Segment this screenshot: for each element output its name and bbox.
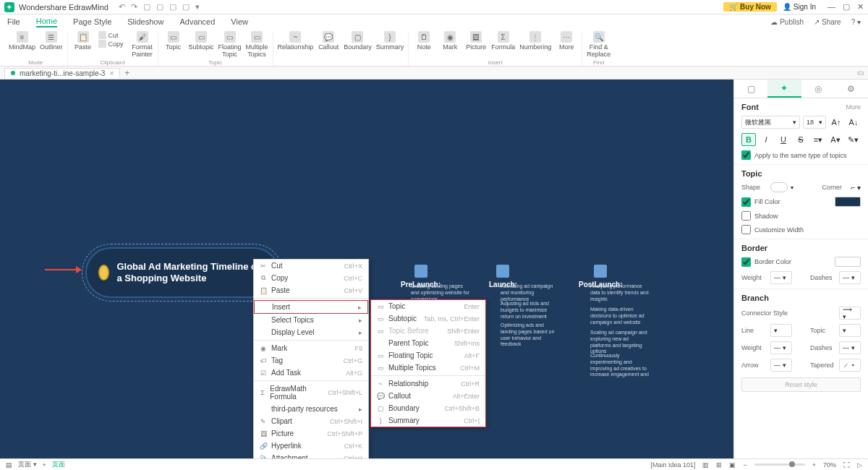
more-button[interactable]: ⋯More xyxy=(556,31,577,51)
panel-tab-icon[interactable]: ◎ xyxy=(801,80,835,98)
formula-button[interactable]: ΣFormula xyxy=(491,31,515,51)
present-icon[interactable]: ▷ xyxy=(857,461,862,469)
reset-style-button[interactable]: Reset style xyxy=(741,377,861,392)
tab-view[interactable]: View xyxy=(231,17,248,26)
ctx-mark[interactable]: ◉MarkF9 xyxy=(254,342,368,354)
summary-button[interactable]: }Summary xyxy=(376,31,404,51)
sub-subtopic[interactable]: ▭SubtopicTab, Ins, Ctrl+Enter xyxy=(371,312,485,325)
border-color-swatch[interactable] xyxy=(835,257,861,267)
branch-dashes-select[interactable]: — ▾ xyxy=(839,341,861,354)
mindmap-button[interactable]: ≡MindMap xyxy=(9,31,35,51)
main-topic[interactable]: Global Ad Marketing Timeline of a Shoppi… xyxy=(85,247,279,298)
new-tab-button[interactable]: + xyxy=(124,68,129,78)
ctx-formula[interactable]: ΣEdrawMath FormulaCtrl+Shift+L xyxy=(254,383,368,403)
note-button[interactable]: 🗒Note xyxy=(413,31,435,51)
document-tab[interactable]: marketing-ti...ine-sample-3 × xyxy=(4,68,120,78)
subtopic-text[interactable]: Optimizing ads and landing pages based o… xyxy=(501,322,560,348)
callout-button[interactable]: 💬Callout xyxy=(318,31,339,51)
subtopic-text[interactable]: Analyzing performance data to identify t… xyxy=(590,283,650,302)
mark-button[interactable]: ◉Mark xyxy=(439,31,461,51)
shape-select[interactable] xyxy=(770,182,788,192)
sub-topic-before[interactable]: ▭Topic BeforeShift+Enter xyxy=(371,325,485,337)
cut-button[interactable]: Cut xyxy=(98,31,127,39)
highlight-button[interactable]: ✎▾ xyxy=(846,133,860,146)
fit-icon[interactable]: ⊞ xyxy=(716,461,722,469)
fill-color-checkbox[interactable]: Fill Color xyxy=(741,197,861,207)
more-button[interactable]: More xyxy=(846,103,861,111)
ctx-picture[interactable]: 🖼PictureCtrl+Shift+P xyxy=(254,427,368,440)
dashes-select[interactable]: — ▾ xyxy=(839,271,861,284)
fill-color-swatch[interactable] xyxy=(835,197,861,207)
sub-callout[interactable]: 💬CalloutAlt+Enter xyxy=(371,390,485,402)
undo-icon[interactable]: ↶ xyxy=(119,2,125,12)
help-icon[interactable]: ? ▾ xyxy=(851,18,861,26)
ctx-third-party[interactable]: third-party resources▸ xyxy=(254,403,368,415)
connector-select[interactable]: ⟿ ▾ xyxy=(839,307,861,320)
sub-summary[interactable]: }SummaryCtrl+] xyxy=(371,414,485,427)
tab-file[interactable]: File xyxy=(7,17,20,26)
corner-select[interactable]: ⌐ ▾ xyxy=(851,184,861,192)
customize-width-checkbox[interactable]: Customize Width xyxy=(741,225,861,234)
ctx-paste[interactable]: 📋PasteCtrl+V xyxy=(254,284,368,296)
ctx-hyperlink[interactable]: 🔗HyperlinkCtrl+K xyxy=(254,440,368,452)
apply-same-type-checkbox[interactable]: Apply to the same type of topics xyxy=(741,150,861,160)
bold-button[interactable]: B xyxy=(741,133,756,146)
sub-parent-topic[interactable]: Parent TopicShift+Ins xyxy=(371,337,485,349)
tapered-select[interactable]: ⟋ ▾ xyxy=(839,359,861,372)
ctx-insert[interactable]: Insert▸ xyxy=(254,300,368,314)
sub-floating-topic[interactable]: ▭Floating TopicAlt+F xyxy=(371,349,485,362)
font-color-button[interactable]: A▾ xyxy=(828,133,843,146)
sub-multiple-topics[interactable]: ▭Multiple TopicsCtrl+M xyxy=(371,362,485,374)
numbering-button[interactable]: ⋮Numbering xyxy=(519,31,551,51)
sub-topic[interactable]: ▭TopicEnter xyxy=(371,300,485,312)
outline-view-icon[interactable]: ▤ xyxy=(6,461,12,469)
outliner-button[interactable]: ☰Outliner xyxy=(40,31,63,51)
align-button[interactable]: ≡▾ xyxy=(811,133,825,146)
ctx-cut[interactable]: ✂CutCtrl+X xyxy=(254,260,368,272)
weight-select[interactable]: — ▾ xyxy=(770,271,792,284)
branch-weight-select[interactable]: — ▾ xyxy=(770,341,792,354)
page-select[interactable]: 页面 ▾ xyxy=(18,460,37,469)
share-button[interactable]: ↗ Share xyxy=(814,18,841,26)
ctx-add-task[interactable]: ☑Add TaskAlt+G xyxy=(254,367,368,379)
picture-button[interactable]: 🖼Picture xyxy=(465,31,487,51)
close-icon[interactable]: ✕ xyxy=(857,2,864,12)
tab-home[interactable]: Home xyxy=(36,17,57,27)
minimize-icon[interactable]: ― xyxy=(827,2,835,12)
zoom-out-button[interactable]: − xyxy=(743,461,746,469)
multiple-topics-button[interactable]: ▭Multiple Topics xyxy=(246,31,268,58)
sub-relationship[interactable]: ~RelationshipCtrl+R xyxy=(371,377,485,390)
subtopic-text[interactable]: Activating ad campaign and monitoring pe… xyxy=(501,283,560,302)
redo-icon[interactable]: ↷ xyxy=(131,2,137,12)
panel-tab-style[interactable]: ▢ xyxy=(734,80,767,98)
subtopic-text[interactable]: Scaling ad campaign and exploring new ad… xyxy=(590,330,650,355)
border-color-checkbox[interactable]: Border Color xyxy=(741,257,861,267)
italic-button[interactable]: I xyxy=(759,133,773,146)
tab-slideshow[interactable]: Slideshow xyxy=(127,17,163,26)
floating-topic-button[interactable]: ▭Floating Topic xyxy=(218,31,242,58)
panel-tab-format[interactable]: ✦ xyxy=(767,80,801,98)
buy-now-button[interactable]: 🛒 Buy Now xyxy=(723,2,777,12)
boundary-button[interactable]: ▢Boundary xyxy=(344,31,372,51)
paste-button[interactable]: 📋Paste xyxy=(72,31,94,51)
relationship-button[interactable]: ~Relationship xyxy=(278,31,314,51)
shadow-checkbox[interactable]: Shadow xyxy=(741,211,861,221)
underline-button[interactable]: U xyxy=(776,133,791,146)
topic-button[interactable]: ▭Topic xyxy=(163,31,184,51)
close-tab-icon[interactable]: × xyxy=(109,69,114,77)
subtopic-text[interactable]: Adjusting ad bids and budgets to maximiz… xyxy=(501,301,560,320)
ctx-copy[interactable]: ⧉CopyCtrl+C xyxy=(254,272,368,284)
tab-advanced[interactable]: Advanced xyxy=(179,17,215,26)
view-icon[interactable]: ▥ xyxy=(702,461,709,469)
qat-more-icon[interactable]: ▾ xyxy=(195,2,200,12)
tab-page-style[interactable]: Page Style xyxy=(73,17,111,26)
panel-tab-settings[interactable]: ⚙ xyxy=(835,80,868,98)
find-replace-button[interactable]: 🔍Find & Replace xyxy=(587,31,610,58)
line-select[interactable]: ▾ xyxy=(770,324,792,337)
sign-in-button[interactable]: 👤Sign In xyxy=(783,3,816,11)
subtopic-text[interactable]: Making data-driven decisions to optimize… xyxy=(590,307,650,325)
zoom-slider[interactable] xyxy=(754,463,805,466)
panel-toggle-icon[interactable]: ▭ xyxy=(857,69,864,77)
qat-icon[interactable]: ▢ xyxy=(156,2,163,12)
ctx-display-level[interactable]: Display Level▸ xyxy=(254,326,368,338)
